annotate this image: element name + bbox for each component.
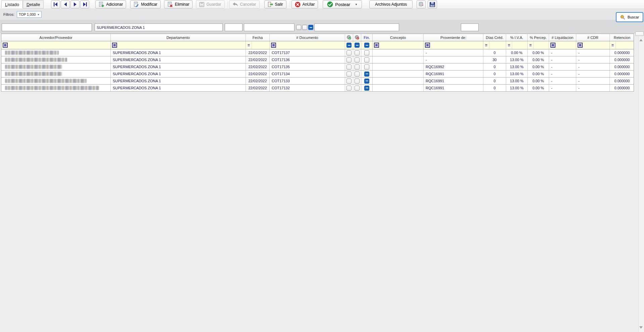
col-header-cdr[interactable]: # CDR — [576, 34, 610, 41]
buscar-button[interactable]: Buscar — [616, 12, 643, 22]
col-header-retencion[interactable]: Retencion — [610, 34, 634, 41]
col-header-percep[interactable]: % Percep. — [528, 34, 549, 41]
row-anulado-checkbox[interactable] — [355, 72, 360, 77]
filter-equals-icon[interactable]: = — [483, 41, 489, 49]
row-posted-checkbox[interactable] — [346, 79, 352, 84]
col-header-documento[interactable]: # Documento — [270, 34, 345, 41]
search-departamento-input[interactable] — [95, 23, 223, 31]
modificar-button[interactable]: Modificar — [130, 0, 161, 8]
database-export-button[interactable] — [417, 0, 426, 8]
row-fin-checkbox[interactable] — [364, 79, 369, 84]
search-fin-checkbox[interactable] — [308, 25, 313, 30]
row-fin-checkbox[interactable] — [364, 57, 369, 62]
posted-status-icon — [346, 35, 352, 40]
table-row[interactable]: SUPERMERCADOS ZONA 1 22/02/2022 COT17137… — [1, 49, 634, 56]
filter-lookup-icon[interactable] — [3, 43, 8, 48]
cell-dias-cred: 0 — [483, 85, 506, 91]
tab-listado[interactable]: Listado — [1, 0, 23, 8]
row-posted-checkbox[interactable] — [346, 50, 352, 55]
cell-cdr: - — [576, 49, 610, 56]
col-header-proveniente[interactable]: Proveniente de: — [424, 34, 483, 41]
cell-dias-cred: 0 — [483, 63, 506, 70]
col-header-departamento[interactable]: Departamento — [111, 34, 246, 41]
row-posted-checkbox[interactable] — [346, 64, 352, 69]
row-anulado-checkbox[interactable] — [355, 79, 360, 84]
nav-last-button[interactable] — [80, 0, 89, 8]
cell-dias-cred: 30 — [483, 56, 506, 63]
scroll-down-icon[interactable] — [639, 326, 643, 329]
filter-lookup-icon[interactable] — [425, 43, 430, 48]
col-header-posted[interactable] — [345, 34, 353, 41]
grid-filter-row: = = = = = — [1, 41, 634, 49]
search-extra-input[interactable] — [461, 23, 479, 31]
select-arrow-icon: ▼ — [37, 13, 40, 16]
adicionar-button[interactable]: Adicionar — [95, 0, 126, 8]
archivos-adjuntos-button[interactable]: Archivos Adjuntos — [369, 0, 413, 8]
filter-lookup-icon[interactable] — [550, 43, 555, 48]
salir-button[interactable]: Salir — [264, 0, 286, 8]
filter-lookup-icon[interactable] — [374, 43, 379, 48]
cell-percep: 0.00 % — [528, 70, 549, 77]
toolbar-separator — [227, 1, 228, 8]
filter-equals-icon[interactable]: = — [528, 41, 534, 49]
filter-equals-icon[interactable]: = — [506, 41, 512, 49]
row-posted-checkbox[interactable] — [346, 72, 352, 77]
col-header-iva[interactable]: % I.V.A. — [506, 34, 528, 41]
col-header-concepto[interactable]: Concepto — [373, 34, 424, 41]
row-posted-checkbox[interactable] — [346, 86, 352, 91]
scrollbar-top-button[interactable] — [635, 32, 644, 36]
postear-button[interactable]: Postear ▼ — [323, 0, 362, 8]
vertical-scrollbar[interactable] — [638, 36, 644, 332]
tab-detalle[interactable]: Detalle — [23, 0, 44, 8]
filter-lookup-icon[interactable] — [271, 43, 276, 48]
search-anulado-checkbox[interactable] — [302, 25, 307, 30]
table-row[interactable]: SUPERMERCADOS ZONA 1 22/02/2022 COT17132… — [1, 85, 634, 92]
table-row[interactable]: SUPERMERCADOS ZONA 1 22/02/2022 COT17134… — [1, 70, 634, 78]
search-posted-checkbox[interactable] — [296, 25, 301, 30]
row-anulado-checkbox[interactable] — [355, 50, 360, 55]
filter-fin-checkbox[interactable] — [364, 43, 369, 48]
last-record-icon — [83, 2, 87, 6]
row-fin-checkbox[interactable] — [364, 50, 369, 55]
filter-lookup-icon[interactable] — [578, 43, 583, 48]
cell-iva: 13.00 % — [506, 70, 528, 77]
scroll-up-icon[interactable] — [639, 39, 643, 41]
row-fin-checkbox[interactable] — [364, 64, 369, 69]
row-fin-checkbox[interactable] — [364, 86, 369, 91]
col-header-fin[interactable]: Fin. — [361, 34, 373, 41]
row-anulado-checkbox[interactable] — [355, 64, 360, 69]
col-header-liquidacion[interactable]: # Liquidacion — [549, 34, 576, 41]
filtros-label: Filtros: — [3, 12, 14, 16]
filter-posted-checkbox[interactable] — [346, 43, 352, 48]
filtros-top-select[interactable]: TOP 1,000 ▼ — [17, 11, 42, 18]
col-header-acreedor[interactable]: Acreedor/Proveedor — [1, 34, 111, 41]
guardar-button[interactable]: Guardar — [196, 0, 224, 8]
search-concepto-input[interactable] — [314, 23, 399, 31]
filter-equals-icon[interactable]: = — [610, 41, 616, 49]
col-header-dias-cred[interactable]: Días Créd. — [483, 34, 506, 41]
row-anulado-checkbox[interactable] — [355, 57, 360, 62]
nav-first-button[interactable] — [51, 0, 60, 8]
filter-anulado-checkbox[interactable] — [355, 43, 360, 48]
row-fin-checkbox[interactable] — [364, 72, 369, 77]
eliminar-button[interactable]: Eliminar — [164, 0, 193, 8]
anular-button[interactable]: AnUlar — [291, 0, 318, 8]
nav-prev-button[interactable] — [61, 0, 70, 8]
search-acreedor-input[interactable] — [2, 23, 92, 31]
table-row[interactable]: SUPERMERCADOS ZONA 1 22/02/2022 COT17136… — [1, 56, 634, 63]
search-fecha-input[interactable] — [225, 23, 243, 31]
postear-dropdown-arrow-icon[interactable]: ▼ — [355, 3, 358, 6]
filter-lookup-icon[interactable] — [112, 43, 117, 48]
nav-next-button[interactable] — [70, 0, 79, 8]
save-floppy-icon — [199, 2, 204, 7]
table-row[interactable]: SUPERMERCADOS ZONA 1 22/02/2022 COT17135… — [1, 63, 634, 70]
row-posted-checkbox[interactable] — [346, 57, 352, 62]
cancelar-button[interactable]: Cancelar — [229, 0, 260, 8]
search-documento-input[interactable] — [244, 23, 294, 31]
col-header-anulado[interactable] — [353, 34, 361, 41]
table-row[interactable]: SUPERMERCADOS ZONA 1 22/02/2022 COT17133… — [1, 78, 634, 85]
row-anulado-checkbox[interactable] — [355, 86, 360, 91]
log-button[interactable]: LOG — [428, 0, 437, 8]
col-header-fecha[interactable]: Fecha — [246, 34, 270, 41]
filter-equals-icon[interactable]: = — [246, 41, 252, 49]
